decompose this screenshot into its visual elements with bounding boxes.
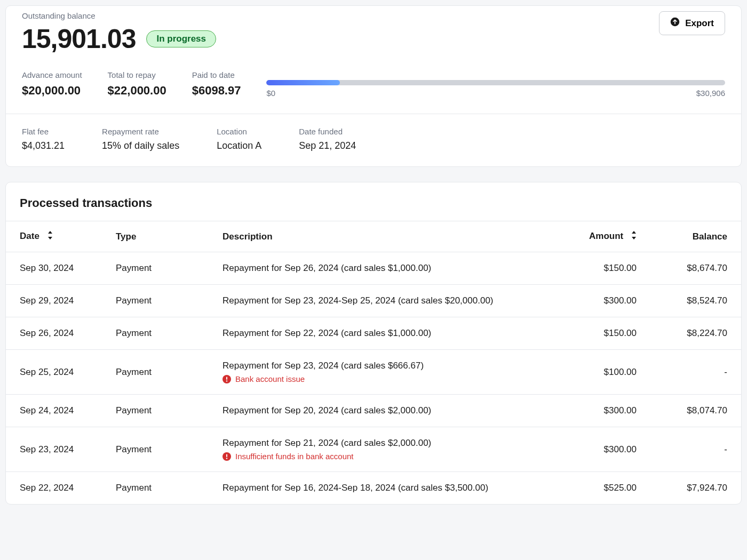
transactions-title: Processed transactions xyxy=(6,182,741,221)
repayment-rate-block: Repayment rate 15% of daily sales xyxy=(102,127,179,151)
cell-date: Sep 23, 2024 xyxy=(6,427,102,472)
table-row[interactable]: Sep 23, 2024PaymentRepayment for Sep 21,… xyxy=(6,427,741,472)
error-message: Insufficient funds in bank account xyxy=(222,452,546,461)
paid-to-date-label: Paid to date xyxy=(192,70,241,79)
table-row[interactable]: Sep 25, 2024PaymentRepayment for Sep 23,… xyxy=(6,350,741,395)
table-row[interactable]: Sep 22, 2024PaymentRepayment for Sep 16,… xyxy=(6,472,741,505)
repayment-rate-label: Repayment rate xyxy=(102,127,179,136)
cell-description: Repayment for Sep 16, 2024-Sep 18, 2024 … xyxy=(209,472,560,505)
table-row[interactable]: Sep 29, 2024PaymentRepayment for Sep 23,… xyxy=(6,285,741,317)
balance-card: Outstanding balance 15,901.03 In progres… xyxy=(5,5,742,167)
cell-description: Repayment for Sep 23, 2024 (card sales $… xyxy=(209,350,560,395)
progress-max: $30,906 xyxy=(696,89,725,98)
cell-date: Sep 22, 2024 xyxy=(6,472,102,505)
progress-min: $0 xyxy=(266,89,275,98)
flat-fee-block: Flat fee $4,031.21 xyxy=(22,127,65,151)
transactions-table: Date Type Description Amount Balance Sep… xyxy=(6,221,741,504)
column-header-balance[interactable]: Balance xyxy=(650,221,741,252)
cell-balance: $8,074.70 xyxy=(650,395,741,427)
cell-balance: - xyxy=(650,427,741,472)
cell-type: Payment xyxy=(102,317,209,350)
cell-date: Sep 24, 2024 xyxy=(6,395,102,427)
cell-description: Repayment for Sep 23, 2024-Sep 25, 2024 … xyxy=(209,285,560,317)
table-row[interactable]: Sep 30, 2024PaymentRepayment for Sep 26,… xyxy=(6,252,741,285)
cell-description: Repayment for Sep 20, 2024 (card sales $… xyxy=(209,395,560,427)
cell-description: Repayment for Sep 26, 2024 (card sales $… xyxy=(209,252,560,285)
table-row[interactable]: Sep 26, 2024PaymentRepayment for Sep 22,… xyxy=(6,317,741,350)
column-header-amount[interactable]: Amount xyxy=(560,221,650,252)
sort-icon xyxy=(47,231,53,242)
cell-amount: $150.00 xyxy=(560,252,650,285)
svg-rect-5 xyxy=(226,454,227,457)
total-repay-label: Total to repay xyxy=(108,70,166,79)
progress-bar xyxy=(266,80,725,85)
cell-type: Payment xyxy=(102,252,209,285)
location-block: Location Location A xyxy=(217,127,261,151)
error-message: Bank account issue xyxy=(222,374,546,383)
flat-fee-value: $4,031.21 xyxy=(22,140,65,151)
date-funded-value: Sep 21, 2024 xyxy=(299,140,356,151)
export-button[interactable]: Export xyxy=(659,11,725,35)
location-value: Location A xyxy=(217,140,261,151)
progress-section: $0 $30,906 xyxy=(266,80,725,98)
alert-icon xyxy=(222,452,231,461)
column-header-description[interactable]: Description xyxy=(209,221,560,252)
table-row[interactable]: Sep 24, 2024PaymentRepayment for Sep 20,… xyxy=(6,395,741,427)
cell-balance: $8,524.70 xyxy=(650,285,741,317)
cell-date: Sep 30, 2024 xyxy=(6,252,102,285)
cell-balance: $8,674.70 xyxy=(650,252,741,285)
cell-amount: $525.00 xyxy=(560,472,650,505)
cell-balance: - xyxy=(650,350,741,395)
cell-type: Payment xyxy=(102,427,209,472)
cell-amount: $100.00 xyxy=(560,350,650,395)
svg-point-6 xyxy=(226,458,227,459)
total-repay-block: Total to repay $22,000.00 xyxy=(108,70,166,98)
cell-amount: $300.00 xyxy=(560,395,650,427)
progress-fill xyxy=(266,80,340,85)
outstanding-balance-label: Outstanding balance xyxy=(22,11,216,20)
cell-amount: $300.00 xyxy=(560,285,650,317)
cell-amount: $300.00 xyxy=(560,427,650,472)
repayment-rate-value: 15% of daily sales xyxy=(102,140,179,151)
alert-icon xyxy=(222,375,231,383)
cell-type: Payment xyxy=(102,395,209,427)
sort-icon xyxy=(631,231,637,242)
cell-balance: $7,924.70 xyxy=(650,472,741,505)
cell-type: Payment xyxy=(102,350,209,395)
svg-rect-2 xyxy=(226,377,227,380)
cell-date: Sep 26, 2024 xyxy=(6,317,102,350)
cell-description: Repayment for Sep 21, 2024 (card sales $… xyxy=(209,427,560,472)
flat-fee-label: Flat fee xyxy=(22,127,65,136)
paid-to-date-value: $6098.97 xyxy=(192,84,241,98)
column-header-date[interactable]: Date xyxy=(6,221,102,252)
cell-description: Repayment for Sep 22, 2024 (card sales $… xyxy=(209,317,560,350)
cell-type: Payment xyxy=(102,285,209,317)
upload-icon xyxy=(670,17,680,29)
date-funded-block: Date funded Sep 21, 2024 xyxy=(299,127,356,151)
cell-date: Sep 25, 2024 xyxy=(6,350,102,395)
date-funded-label: Date funded xyxy=(299,127,356,136)
cell-balance: $8,224.70 xyxy=(650,317,741,350)
advance-amount-value: $20,000.00 xyxy=(22,84,82,98)
export-button-label: Export xyxy=(685,18,714,29)
total-repay-value: $22,000.00 xyxy=(108,84,166,98)
column-header-type[interactable]: Type xyxy=(102,221,209,252)
cell-date: Sep 29, 2024 xyxy=(6,285,102,317)
advance-amount-block: Advance amount $20,000.00 xyxy=(22,70,82,98)
outstanding-balance-value: 15,901.03 xyxy=(22,23,136,54)
status-badge: In progress xyxy=(146,30,216,47)
advance-amount-label: Advance amount xyxy=(22,70,82,79)
location-label: Location xyxy=(217,127,261,136)
paid-to-date-block: Paid to date $6098.97 xyxy=(192,70,241,98)
svg-point-3 xyxy=(226,380,227,381)
cell-amount: $150.00 xyxy=(560,317,650,350)
transactions-card: Processed transactions Date Type Descrip… xyxy=(5,182,742,505)
cell-type: Payment xyxy=(102,472,209,505)
